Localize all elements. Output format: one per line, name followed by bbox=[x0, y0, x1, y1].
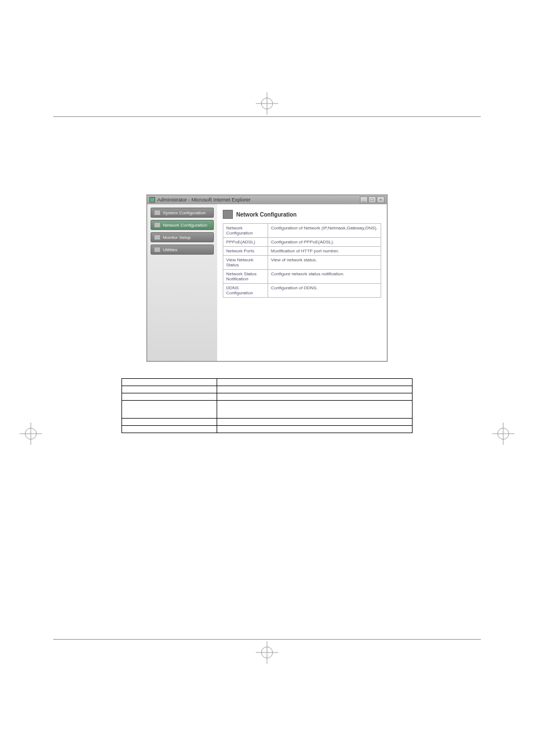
crop-mark-bottom bbox=[256, 641, 278, 664]
minimize-button[interactable]: _ bbox=[360, 196, 368, 203]
main-content: Network Configuration Network Configurat… bbox=[217, 204, 387, 361]
table-row: Network Status Notification Configure ne… bbox=[223, 270, 381, 284]
maximize-button[interactable]: □ bbox=[368, 196, 376, 203]
table-row bbox=[122, 419, 413, 426]
link-view-status[interactable]: View Network Status bbox=[226, 257, 254, 267]
table-row bbox=[122, 401, 413, 419]
crop-mark-left bbox=[20, 422, 42, 445]
link-pppoe[interactable]: PPPoE(ADSL) bbox=[226, 240, 255, 245]
window-title: Administrator - Microsoft Internet Explo… bbox=[157, 197, 251, 203]
page-title: Network Configuration bbox=[236, 212, 297, 218]
desc-cell: Configuration of DDNS. bbox=[268, 284, 381, 298]
def-term bbox=[122, 393, 217, 401]
utilities-icon bbox=[154, 247, 161, 252]
def-term bbox=[122, 379, 217, 386]
def-desc bbox=[217, 386, 413, 393]
definition-table bbox=[121, 378, 413, 433]
link-ddns[interactable]: DDNS Configuration bbox=[226, 285, 253, 295]
monitor-setup-icon bbox=[154, 234, 161, 240]
network-icon bbox=[223, 210, 233, 219]
sidebar-item-system-config[interactable]: System Configuration bbox=[151, 208, 214, 218]
def-desc bbox=[217, 393, 413, 401]
sidebar-item-label: Network Configuration bbox=[163, 223, 207, 228]
sidebar: System Configuration Network Configurati… bbox=[147, 204, 217, 361]
sidebar-item-label: Utilities bbox=[163, 247, 177, 252]
link-network-ports[interactable]: Network Ports bbox=[226, 248, 254, 253]
link-status-notification[interactable]: Network Status Notification bbox=[226, 271, 256, 281]
sidebar-item-label: System Configuration bbox=[163, 210, 205, 215]
table-row: DDNS Configuration Configuration of DDNS… bbox=[223, 284, 381, 298]
def-desc bbox=[217, 426, 413, 433]
desc-cell: Configuration of Network (IP,Netmask,Gat… bbox=[268, 224, 381, 238]
def-desc bbox=[217, 401, 413, 419]
crop-mark-right bbox=[492, 422, 514, 445]
sidebar-item-label: Monitor Setup bbox=[163, 235, 191, 240]
page-header-rule bbox=[53, 116, 481, 117]
page-footer-rule bbox=[53, 639, 481, 640]
ie-icon bbox=[149, 197, 155, 203]
config-links-table: Network Configuration Configuration of N… bbox=[223, 223, 381, 298]
table-row: Network Configuration Configuration of N… bbox=[223, 224, 381, 238]
close-button[interactable]: × bbox=[377, 196, 385, 203]
crop-mark-top bbox=[256, 92, 278, 115]
table-row bbox=[122, 386, 413, 393]
def-term bbox=[122, 419, 217, 426]
browser-window: Administrator - Microsoft Internet Explo… bbox=[147, 195, 387, 361]
sidebar-item-network-config[interactable]: Network Configuration bbox=[151, 220, 214, 230]
desc-cell: Configuration of PPPoE(ADSL). bbox=[268, 238, 381, 247]
table-row bbox=[122, 379, 413, 386]
link-network-config[interactable]: Network Configuration bbox=[226, 226, 253, 236]
window-titlebar: Administrator - Microsoft Internet Explo… bbox=[147, 195, 387, 204]
desc-cell: Modification of HTTP port number. bbox=[268, 247, 381, 256]
network-config-icon bbox=[154, 222, 161, 228]
desc-cell: Configure network status notification. bbox=[268, 270, 381, 284]
desc-cell: View of network status. bbox=[268, 256, 381, 270]
table-row: Network Ports Modification of HTTP port … bbox=[223, 247, 381, 256]
system-config-icon bbox=[154, 210, 161, 215]
sidebar-item-monitor-setup[interactable]: Monitor Setup bbox=[151, 232, 214, 242]
def-desc bbox=[217, 419, 413, 426]
def-term bbox=[122, 386, 217, 393]
table-row bbox=[122, 393, 413, 401]
window-controls: _ □ × bbox=[360, 196, 385, 203]
sidebar-item-utilities[interactable]: Utilities bbox=[151, 245, 214, 255]
table-row: View Network Status View of network stat… bbox=[223, 256, 381, 270]
table-row: PPPoE(ADSL) Configuration of PPPoE(ADSL)… bbox=[223, 238, 381, 247]
def-desc bbox=[217, 379, 413, 386]
def-term bbox=[122, 401, 217, 419]
table-row bbox=[122, 426, 413, 433]
def-term bbox=[122, 426, 217, 433]
